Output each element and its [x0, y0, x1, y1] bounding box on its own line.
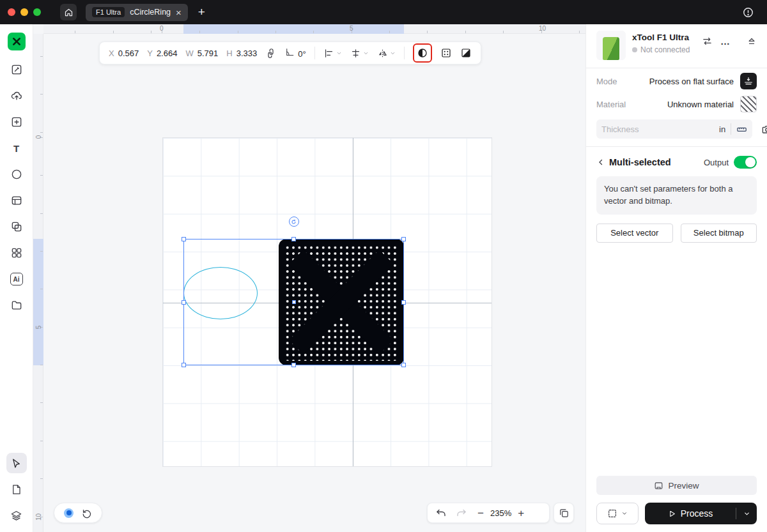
halftone-highlight-box: [413, 43, 432, 63]
frame-tool-button[interactable]: [6, 190, 27, 211]
output-toggle[interactable]: [734, 156, 757, 169]
minimize-window-button[interactable]: [20, 8, 28, 16]
width-field[interactable]: W 5.791: [185, 49, 218, 58]
selection-center-handle[interactable]: [292, 300, 296, 304]
mode-row[interactable]: Mode Process on flat surface: [596, 71, 757, 91]
preview-button[interactable]: Preview: [596, 476, 757, 495]
ai-tool-button[interactable]: Ai: [6, 269, 27, 289]
connection-status-text: Not connected: [640, 45, 690, 54]
halftone-button[interactable]: [417, 47, 428, 59]
x-value[interactable]: 0.567: [118, 49, 139, 58]
camera-button[interactable]: [761, 123, 767, 135]
document-icon: [10, 483, 22, 496]
flip-dropdown-button[interactable]: [377, 48, 396, 59]
y-position-field[interactable]: Y 2.664: [147, 49, 177, 58]
distribute-dropdown-button[interactable]: [350, 48, 369, 59]
select-tool-button[interactable]: [6, 453, 27, 473]
flat-surface-mode-icon: [740, 73, 757, 89]
feedback-button[interactable]: [742, 6, 754, 19]
dither-button[interactable]: [440, 47, 452, 59]
align-dropdown-button[interactable]: [323, 48, 342, 59]
zoom-in-button[interactable]: +: [518, 508, 524, 519]
switch-device-button[interactable]: [702, 36, 713, 47]
resize-handle-ne[interactable]: [401, 237, 406, 241]
width-value[interactable]: 5.791: [198, 49, 219, 58]
layers-button[interactable]: [6, 505, 27, 526]
right-panel: xTool F1 Ultra Not connected … Mode Proc…: [585, 24, 767, 532]
thickness-input-box[interactable]: in: [596, 119, 752, 139]
height-field[interactable]: H 3.333: [226, 49, 257, 58]
device-more-button[interactable]: …: [720, 40, 730, 43]
notes-button[interactable]: [6, 479, 27, 499]
new-tab-button[interactable]: +: [198, 5, 205, 19]
x-label: X: [109, 49, 114, 58]
process-options-button[interactable]: [736, 503, 757, 524]
import-button[interactable]: [6, 86, 27, 106]
redo-button[interactable]: [456, 507, 467, 519]
distribute-icon: [350, 48, 361, 59]
home-icon: [64, 8, 74, 17]
auto-measure-button[interactable]: [736, 124, 747, 135]
canvas-position-controls: [54, 503, 102, 523]
y-value[interactable]: 2.664: [157, 49, 178, 58]
lock-ratio-button[interactable]: [265, 48, 276, 59]
duplicate-button[interactable]: [554, 503, 574, 523]
align-icon: [323, 48, 334, 59]
reset-view-button[interactable]: [81, 508, 92, 519]
back-chevron-icon[interactable]: [596, 158, 605, 167]
ruler-left-label: 5: [35, 323, 42, 332]
fullscreen-window-button[interactable]: [33, 8, 41, 16]
y-label: Y: [147, 49, 153, 58]
apps-button[interactable]: [6, 243, 27, 263]
files-button[interactable]: [6, 295, 27, 315]
height-value[interactable]: 3.333: [236, 49, 258, 58]
undo-button[interactable]: [435, 507, 447, 519]
close-window-button[interactable]: [8, 8, 15, 16]
resize-handle-sw[interactable]: [182, 363, 186, 367]
text-tool-button[interactable]: T: [6, 138, 27, 158]
select-vector-button[interactable]: Select vector: [596, 224, 673, 243]
circle-shape-icon: [10, 168, 23, 181]
toolbar-separator: [404, 47, 405, 59]
resize-handle-s[interactable]: [291, 363, 296, 367]
tab-close-icon[interactable]: ×: [176, 8, 182, 17]
project-tab[interactable]: F1 Ultra cCircleRing ×: [86, 4, 188, 21]
select-bitmap-button[interactable]: Select bitmap: [681, 224, 757, 243]
ruler-top-ticks: [43, 31, 585, 33]
ai-tool-icon: Ai: [10, 273, 23, 285]
resize-handle-nw[interactable]: [182, 237, 186, 241]
properties-toolbar: X 0.567 Y 2.664 W 5.791 H 3.333 0°: [99, 42, 481, 65]
device-selector[interactable]: xTool F1 Ultra Not connected …: [596, 31, 757, 60]
insert-shape-button[interactable]: [6, 112, 27, 132]
rotation-field[interactable]: 0°: [284, 47, 306, 59]
boolean-tool-button[interactable]: [6, 217, 27, 237]
selection-bounding-box[interactable]: [183, 239, 404, 365]
home-button[interactable]: [60, 4, 77, 20]
resize-handle-e[interactable]: [401, 300, 406, 305]
process-button[interactable]: Process: [645, 503, 757, 524]
preview-icon: [654, 481, 663, 490]
tab-device-badge: F1 Ultra: [92, 7, 125, 17]
zoom-out-button[interactable]: −: [477, 508, 484, 519]
zoom-level[interactable]: 235%: [490, 508, 511, 518]
frame-button[interactable]: [596, 503, 639, 524]
shape-tool-button[interactable]: [6, 164, 27, 185]
collapse-panel-button[interactable]: [747, 36, 757, 47]
thickness-input[interactable]: [601, 125, 714, 134]
xtool-logo[interactable]: [8, 33, 26, 50]
material-row[interactable]: Material Unknown material: [596, 94, 757, 114]
chevron-down-icon[interactable]: [621, 510, 628, 517]
canvas-area[interactable]: 0 5 10 0 5 10: [33, 24, 585, 532]
width-label: W: [185, 49, 193, 58]
invert-button[interactable]: [460, 47, 472, 59]
resize-handle-w[interactable]: [182, 300, 186, 305]
rotate-handle[interactable]: [289, 217, 299, 227]
device-name: xTool F1 Ultra: [632, 33, 690, 42]
new-file-button[interactable]: [6, 59, 27, 80]
ruler-top-label: 0: [160, 25, 164, 32]
resize-handle-se[interactable]: [401, 363, 406, 367]
x-position-field[interactable]: X 0.567: [109, 49, 139, 58]
resize-handle-n[interactable]: [291, 237, 296, 241]
angle-value[interactable]: 0°: [298, 49, 306, 59]
pointer-indicator-button[interactable]: [64, 508, 74, 518]
